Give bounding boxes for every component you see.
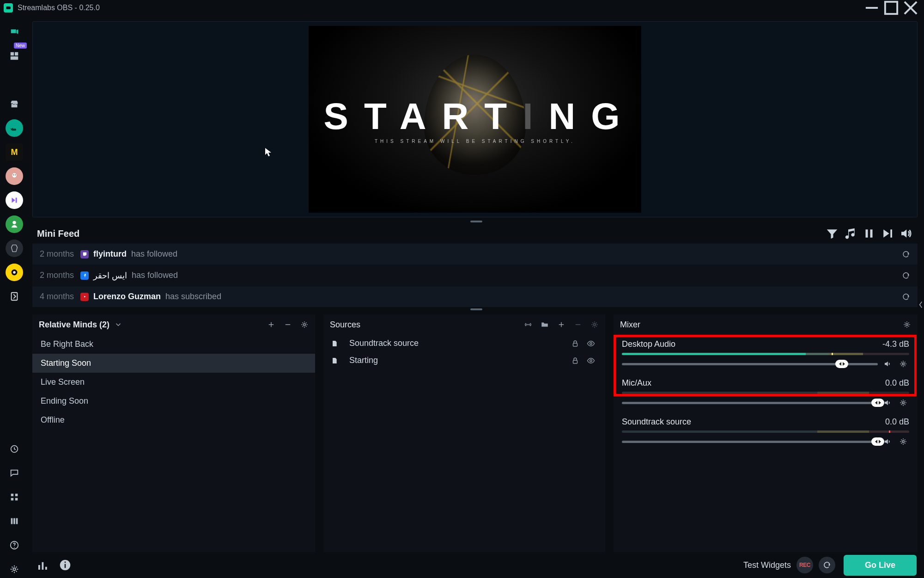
preview-subtitle: THIS STREAM WILL BE STARTING SHORTLY. xyxy=(375,139,575,144)
source-item[interactable]: Starting xyxy=(323,352,605,369)
file-icon xyxy=(331,339,341,348)
mixer-panel: Mixer Desktop Audio -4.3 dB xyxy=(614,314,918,552)
titlebar: Streamlabs OBS - 0.25.0 xyxy=(0,0,924,16)
channel-name: Desktop Audio xyxy=(622,339,675,349)
source-settings-icon[interactable] xyxy=(589,319,601,331)
svg-rect-41 xyxy=(42,562,44,570)
add-source-button[interactable] xyxy=(555,319,567,331)
scene-item[interactable]: Be Right Back xyxy=(32,335,315,354)
app-3-icon[interactable] xyxy=(6,167,23,185)
volume-slider[interactable] xyxy=(622,441,878,443)
svg-rect-21 xyxy=(13,518,15,524)
test-widgets-button[interactable]: Test Widgets xyxy=(743,560,791,570)
replay-icon[interactable] xyxy=(902,271,910,280)
scene-item[interactable]: Starting Soon xyxy=(32,354,315,373)
lock-icon[interactable] xyxy=(571,357,582,365)
app-1-icon[interactable] xyxy=(6,119,23,137)
svg-rect-18 xyxy=(11,498,14,501)
info-icon[interactable] xyxy=(58,558,72,572)
app-8-icon[interactable] xyxy=(6,288,23,305)
undo-button[interactable] xyxy=(819,557,835,573)
chevron-down-icon[interactable] xyxy=(112,319,124,331)
columns-icon[interactable] xyxy=(6,512,23,530)
volume-slider[interactable] xyxy=(622,402,878,404)
settings-icon[interactable] xyxy=(6,560,23,578)
replay-icon[interactable] xyxy=(902,250,910,258)
feed-row[interactable]: 2 months ايس احقر has followed xyxy=(32,264,918,286)
visibility-icon[interactable] xyxy=(587,339,598,348)
app-5-icon[interactable] xyxy=(6,215,23,233)
mini-feed-title: Mini Feed xyxy=(37,228,79,239)
volume-slider[interactable] xyxy=(622,363,878,365)
folder-icon[interactable] xyxy=(539,319,551,331)
remove-source-button[interactable] xyxy=(572,319,584,331)
svg-rect-6 xyxy=(11,56,18,60)
svg-rect-28 xyxy=(890,229,892,238)
file-icon xyxy=(331,356,341,365)
remove-scene-button[interactable] xyxy=(282,319,294,331)
clock-icon[interactable] xyxy=(6,440,23,458)
volume-icon[interactable] xyxy=(899,227,913,240)
facebook-icon xyxy=(80,271,89,280)
magic-icon[interactable] xyxy=(6,71,23,89)
pause-icon[interactable] xyxy=(862,227,876,240)
feed-row[interactable]: 4 months Lorenzo Guzman has subscribed xyxy=(32,286,918,307)
app-6-icon[interactable] xyxy=(6,240,23,257)
scene-item[interactable]: Ending Soon xyxy=(32,392,315,411)
app-2-icon[interactable]: M xyxy=(6,143,23,161)
preview-canvas: STARTING THIS STREAM WILL BE STARTING SH… xyxy=(309,26,641,213)
speaker-icon[interactable] xyxy=(883,399,894,407)
svg-point-25 xyxy=(13,568,16,571)
app-7-icon[interactable] xyxy=(6,264,23,281)
scene-item[interactable]: Live Screen xyxy=(32,373,315,392)
skip-icon[interactable] xyxy=(881,227,894,240)
svg-rect-40 xyxy=(38,565,40,570)
help-icon[interactable] xyxy=(6,536,23,554)
svg-rect-17 xyxy=(15,494,18,497)
maximize-button[interactable] xyxy=(881,1,901,14)
chat-icon[interactable] xyxy=(6,464,23,482)
drag-handle[interactable] xyxy=(29,307,924,312)
grid-icon[interactable] xyxy=(6,488,23,506)
gear-icon[interactable] xyxy=(899,437,909,446)
minimize-button[interactable] xyxy=(862,1,881,14)
mouse-cursor-icon xyxy=(265,148,272,157)
scene-collection-name[interactable]: Relative Minds (2) xyxy=(39,320,109,330)
source-item[interactable]: Soundtrack source xyxy=(323,335,605,352)
level-meter xyxy=(622,430,909,433)
lock-icon[interactable] xyxy=(571,339,582,348)
gear-icon[interactable] xyxy=(899,399,909,407)
svg-rect-22 xyxy=(16,518,18,524)
close-button[interactable] xyxy=(901,1,920,14)
layout-icon[interactable]: New xyxy=(6,47,23,65)
visibility-icon[interactable] xyxy=(587,357,598,365)
stream-icon[interactable] xyxy=(522,319,534,331)
scene-preview[interactable]: STARTING THIS STREAM WILL BE STARTING SH… xyxy=(32,21,918,217)
scene-settings-icon[interactable] xyxy=(298,319,310,331)
record-button[interactable]: REC xyxy=(796,557,813,573)
add-scene-button[interactable] xyxy=(265,319,277,331)
store-icon[interactable] xyxy=(6,95,23,113)
speaker-icon[interactable] xyxy=(883,437,894,446)
speaker-icon[interactable] xyxy=(883,360,894,368)
stats-icon[interactable] xyxy=(36,558,50,572)
expand-right-icon[interactable] xyxy=(918,297,924,313)
filter-icon[interactable] xyxy=(825,227,839,240)
scene-item[interactable]: Offline xyxy=(32,411,315,430)
editor-icon[interactable] xyxy=(6,23,23,41)
drag-handle[interactable] xyxy=(29,219,924,224)
mixer-settings-icon[interactable] xyxy=(901,319,913,331)
level-meter xyxy=(622,392,909,394)
svg-rect-4 xyxy=(11,52,14,55)
gear-icon[interactable] xyxy=(899,360,909,368)
feed-action: has subscribed xyxy=(165,292,221,301)
replay-icon[interactable] xyxy=(902,293,910,301)
music-icon[interactable] xyxy=(844,227,857,240)
svg-point-37 xyxy=(902,363,905,365)
feed-row[interactable]: 2 months flyinturd has followed xyxy=(32,243,918,264)
feed-time: 4 months xyxy=(40,292,74,301)
feed-action: has followed xyxy=(132,271,178,280)
app-4-icon[interactable] xyxy=(6,191,23,209)
sources-title: Sources xyxy=(330,320,360,330)
go-live-button[interactable]: Go Live xyxy=(844,555,917,576)
